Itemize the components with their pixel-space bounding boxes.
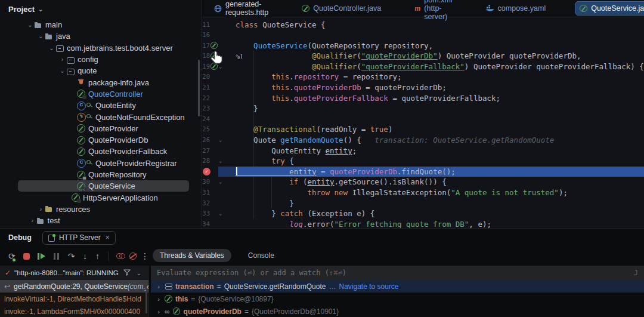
step-into-button[interactable]: ↓ <box>82 251 87 261</box>
variable-row-this[interactable]: ›this={QuoteService@10897} <box>151 293 644 305</box>
fold-chevron-icon[interactable]: ⌄ <box>219 177 222 187</box>
code-line-27[interactable]: 27 QuoteEntity entity; <box>202 146 644 156</box>
thread-selector[interactable]: ✓ "http-nio-8080..."main": RUNNING ⌄ <box>0 266 149 280</box>
code-line-18[interactable]: 18 @Qualifier("quoteProviderDb") QuotePr… <box>202 51 644 61</box>
code-line-31[interactable]: 31 throw new IllegalStateException("A qu… <box>202 187 644 198</box>
mute-breakpoints-button[interactable] <box>128 251 133 261</box>
variable-row-quoteProviderDb[interactable]: ›∞quoteProviderDb={QuoteProviderDb@10901… <box>151 305 644 317</box>
stack-frame[interactable]: invoke:-1, LambdaForm$MH/0x000000400 <box>0 305 148 317</box>
code-line-19[interactable]: 19⌄ @Qualifier("quoteProviderFallback") … <box>202 61 644 72</box>
tree-item-quoteproviderdb[interactable]: QuoteProviderDb <box>0 134 201 146</box>
tree-item-quoterepository[interactable]: ▤QuoteRepository <box>0 169 201 180</box>
code-line-21[interactable]: 21 this.quoteProviderDb = quoteProviderD… <box>202 82 644 93</box>
chevron-right-icon[interactable]: › <box>37 206 45 213</box>
code-line-20[interactable]: 20 this.repository = repository; <box>202 72 644 82</box>
tree-item-quote[interactable]: ⌄quote <box>0 65 201 76</box>
code-text: entity = quoteProviderDb.findQuote(); <box>236 167 644 177</box>
navigate-to-source-link[interactable]: Navigate to source <box>339 282 398 291</box>
code-line-26[interactable]: 26⌄ Quote getRandomQuote() { transaction… <box>202 135 644 146</box>
project-tool-window-header[interactable]: Project ⌄ <box>0 0 201 18</box>
tree-item-httpserverapplication[interactable]: HttpServerApplication <box>0 192 201 203</box>
code-line-28[interactable]: 28⌄ try { <box>202 156 644 167</box>
package-info-file-icon <box>77 78 85 87</box>
chevron-right-icon[interactable]: › <box>29 217 36 224</box>
chevron-right-icon[interactable]: › <box>156 283 162 290</box>
code-line-33[interactable]: 33⌄ } catch (Exception e) { <box>202 208 644 219</box>
tree-item-test[interactable]: ›test <box>0 215 201 226</box>
breakpoint-icon[interactable]: ✓ <box>203 168 210 176</box>
chevron-down-icon[interactable]: ⌄ <box>48 45 55 51</box>
chevron-down-icon[interactable]: ⌄ <box>26 21 34 28</box>
code-line-16[interactable]: 16 <box>202 30 644 41</box>
tree-item-resources[interactable]: ›resources <box>0 204 201 215</box>
code-text: } <box>236 198 644 209</box>
editor-tab-compose-yaml[interactable]: compose.yaml <box>482 1 550 16</box>
tree-item-com-jetbrains-test-boot4-server[interactable]: ⌄com.jetbrains.test.boot4.server <box>0 42 201 54</box>
tree-item-quotecontroller[interactable]: QuoteController <box>0 88 201 100</box>
frames-scrollbar[interactable] <box>145 282 147 313</box>
gutter-bean-icon[interactable] <box>210 42 218 49</box>
tree-item-label: java <box>56 32 70 41</box>
tree-item-package-info-java[interactable]: package-info.java <box>0 76 201 88</box>
project-scrollbar[interactable] <box>198 60 200 116</box>
stop-button[interactable] <box>23 251 30 261</box>
code-line-23[interactable]: 23 } <box>202 103 644 114</box>
tree-item-quotenotfoundexception[interactable]: QuoteNotFoundException <box>0 111 201 122</box>
code-line-22[interactable]: 22 this.quoteProviderFallback = quotePro… <box>202 93 644 104</box>
resume-button[interactable] <box>38 251 45 261</box>
stack-frame[interactable]: invokeVirtual:-1, DirectMethodHandle$Hol… <box>0 293 148 305</box>
code-line-24[interactable]: 24 <box>202 114 644 125</box>
tree-item-quoteprovider[interactable]: QuoteProvider <box>0 123 201 134</box>
debug-session-tab[interactable]: HTTP Server × <box>42 231 116 245</box>
code-line-29[interactable]: ✓ entity = quoteProviderDb.findQuote(); <box>202 167 644 177</box>
text-caret <box>236 167 237 176</box>
chevron-right-icon[interactable]: › <box>156 296 162 303</box>
editor-tab-quotecontroller-java[interactable]: QuoteController.java <box>298 1 385 16</box>
tree-item-quoteproviderregistrar[interactable]: QuoteProviderRegistrar <box>0 158 201 169</box>
code-text: this.quoteProviderDb = quoteProviderDb; <box>236 82 644 93</box>
tab-console[interactable]: Console <box>241 249 281 262</box>
line-number: 21 <box>202 82 210 93</box>
more-button[interactable]: ⋮ <box>141 251 149 261</box>
view-breakpoints-button[interactable] <box>116 251 120 261</box>
code-line-25[interactable]: 25 @Transactional(readOnly = true) <box>202 124 644 135</box>
editor-tab-generated-requests-http[interactable]: generated-requests.http <box>210 1 273 16</box>
fold-chevron-icon[interactable]: ⌄ <box>219 135 222 146</box>
code-line-11[interactable]: 11class QuoteService { <box>202 20 644 30</box>
close-icon[interactable]: × <box>106 233 110 242</box>
tree-item-label: QuoteController <box>88 90 143 99</box>
fold-chevron-icon[interactable]: ⌄ <box>219 156 222 167</box>
editor-tab-quoteservice-java[interactable]: QuoteService.java× <box>575 1 644 16</box>
variable-row-transaction[interactable]: ›transaction=QuoteService.getRandomQuote… <box>151 280 644 293</box>
rerun-button[interactable]: ⟳ <box>8 251 16 261</box>
chevron-right-icon[interactable]: › <box>58 56 66 63</box>
code-line-17[interactable]: 17 QuoteService(QuoteRepository reposito… <box>202 41 644 51</box>
code-editor[interactable]: 11class QuoteService {1617 QuoteService(… <box>202 17 644 228</box>
pause-button[interactable] <box>53 251 60 261</box>
chevron-down-icon[interactable]: ⌄ <box>37 33 45 39</box>
chevron-right-icon[interactable]: › <box>156 308 162 315</box>
code-line-30[interactable]: 30⌄ if (entity.getSource().isBlank()) { <box>202 177 644 187</box>
chevron-down-icon[interactable]: ⌄ <box>137 270 141 276</box>
tree-item-main[interactable]: ⌄main <box>0 19 201 30</box>
tree-item-quoteentity[interactable]: QuoteEntity <box>0 100 201 111</box>
docker-icon <box>486 4 494 13</box>
tab-threads-variables[interactable]: Threads & Variables <box>153 249 231 262</box>
chevron-down-icon[interactable]: ⌄ <box>58 67 66 74</box>
thread-check-icon: ✓ <box>5 269 11 277</box>
tree-item-quoteservice[interactable]: cQuoteService <box>0 180 201 192</box>
tree-item-config[interactable]: ›config <box>0 54 201 65</box>
exception-icon <box>77 113 85 121</box>
tree-item-java[interactable]: ⌄java <box>0 30 201 42</box>
filter-funnel-icon[interactable] <box>123 269 131 277</box>
tree-item-quoteproviderfallback[interactable]: QuoteProviderFallback <box>0 146 201 157</box>
editor-tab-pom-xml-http-server-[interactable]: mpom.xml (http-server) <box>410 1 456 16</box>
debug-session-tab-label: HTTP Server <box>59 233 101 242</box>
fold-chevron-icon[interactable]: ⌄ <box>219 208 222 219</box>
evaluate-expression-input[interactable]: Evaluate expression (⏎) or add a watch (… <box>151 266 644 280</box>
code-line-32[interactable]: 32 } <box>202 198 644 209</box>
code-line-34[interactable]: 34 log.error("Error fetching quote from … <box>202 219 644 228</box>
stack-frame[interactable]: ↩getRandomQuote:29, QuoteService (com.je <box>0 280 148 293</box>
step-over-button[interactable]: ↷ <box>68 251 75 261</box>
step-out-button[interactable]: ↑ <box>95 251 100 261</box>
